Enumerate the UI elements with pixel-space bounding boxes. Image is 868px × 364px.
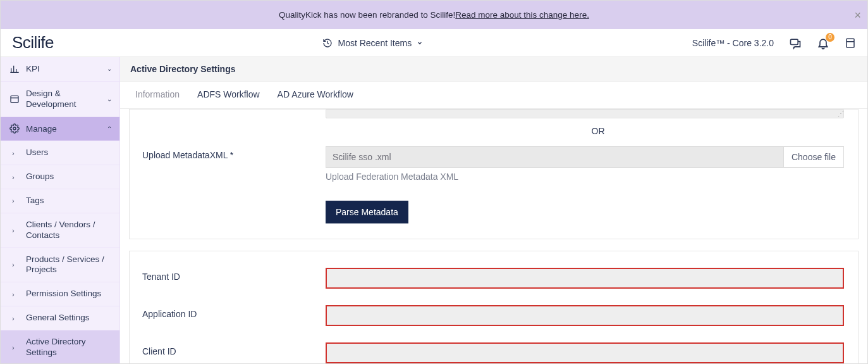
resize-handle-icon[interactable]: ⋰ — [838, 110, 842, 117]
page-title: Active Directory Settings — [120, 57, 867, 82]
tabs: Information ADFS Workflow AD Azure Workf… — [120, 82, 867, 109]
application-id-label: Application ID — [142, 305, 326, 319]
svg-rect-3 — [11, 96, 18, 103]
client-id-label: Client ID — [142, 342, 326, 356]
topbar: Scilife Most Recent Items Scilife™ - Cor… — [1, 29, 867, 57]
sidebar-label: Groups — [26, 172, 112, 182]
sidebar-label: Design & Development — [26, 88, 101, 110]
svg-rect-0 — [791, 39, 798, 44]
sidebar-label: KPI — [26, 63, 101, 75]
metadata-textarea-tail[interactable]: ⋰ — [326, 110, 844, 118]
tenant-id-label: Tenant ID — [142, 268, 326, 282]
sidebar-item-design-dev[interactable]: Design & Development ⌄ — [1, 82, 119, 117]
or-separator: OR — [130, 121, 858, 144]
tab-information[interactable]: Information — [126, 82, 188, 108]
svg-rect-1 — [847, 39, 854, 47]
chevron-right-icon: › — [12, 173, 18, 181]
chevron-right-icon: › — [12, 291, 18, 298]
feedback-icon[interactable] — [789, 37, 802, 49]
tab-azure[interactable]: AD Azure Workflow — [269, 82, 362, 108]
metadata-card: ⋰ OR Upload MetadataXML * Scilife sso .x… — [129, 109, 859, 239]
choose-file-button[interactable]: Choose file — [784, 146, 844, 168]
chevron-right-icon: › — [12, 197, 18, 204]
parse-metadata-button[interactable]: Parse Metadata — [326, 201, 408, 223]
sidebar-item-permissions[interactable]: ›Permission Settings — [1, 282, 119, 306]
sidebar-label: Active Directory Settings — [26, 337, 112, 358]
svg-point-5 — [13, 127, 16, 130]
chevron-down-icon: ⌄ — [107, 96, 112, 103]
tab-adfs[interactable]: ADFS Workflow — [188, 82, 269, 108]
chevron-right-icon: › — [12, 315, 18, 322]
calendar-icon — [9, 94, 20, 104]
application-id-input[interactable] — [326, 305, 844, 326]
sidebar-label: Users — [26, 147, 112, 158]
panel-icon[interactable] — [845, 37, 856, 49]
version-text: Scilife™ - Core 3.2.0 — [692, 38, 774, 48]
sidebar-item-active-directory[interactable]: ›Active Directory Settings — [1, 330, 119, 364]
chevron-down-icon — [417, 40, 423, 46]
chevron-down-icon: ⌄ — [107, 65, 112, 72]
sidebar-label: Manage — [26, 123, 101, 135]
chevron-up-icon: ⌃ — [107, 125, 112, 132]
logo: Scilife — [12, 33, 54, 53]
main: Active Directory Settings Information AD… — [120, 57, 867, 364]
upload-hint: Upload Federation Metadata XML — [326, 172, 845, 182]
sidebar-item-groups[interactable]: ›Groups — [1, 165, 119, 189]
sidebar: KPI ⌄ Design & Development ⌄ Manage ⌃ ›U… — [1, 57, 120, 364]
history-icon — [322, 38, 333, 48]
file-name-display: Scilife sso .xml — [326, 146, 784, 168]
upload-metadata-label: Upload MetadataXML * — [142, 146, 326, 160]
chevron-right-icon: › — [12, 344, 18, 351]
gear-icon — [9, 123, 20, 134]
file-input[interactable]: Scilife sso .xml Choose file — [326, 146, 844, 168]
sidebar-item-general[interactable]: ›General Settings — [1, 306, 119, 330]
close-icon[interactable]: × — [854, 8, 861, 22]
sidebar-item-tags[interactable]: ›Tags — [1, 189, 119, 213]
rebrand-banner: QualityKick has now been rebranded to Sc… — [1, 1, 867, 29]
sidebar-label: Products / Services / Projects — [26, 254, 112, 276]
sidebar-item-clients[interactable]: ›Clients / Vendors / Contacts — [1, 213, 119, 248]
sidebar-label: Tags — [26, 196, 112, 206]
recent-items-dropdown[interactable]: Most Recent Items — [322, 38, 423, 48]
sidebar-item-manage[interactable]: Manage ⌃ — [1, 117, 119, 142]
banner-link[interactable]: Read more about this change here. — [455, 10, 589, 20]
chart-icon — [9, 64, 20, 74]
notifications-badge: 0 — [826, 33, 834, 42]
sidebar-item-products[interactable]: ›Products / Services / Projects — [1, 248, 119, 283]
sidebar-label: Clients / Vendors / Contacts — [26, 220, 112, 241]
client-id-input[interactable] — [326, 342, 844, 363]
sidebar-item-users[interactable]: ›Users — [1, 141, 119, 165]
chevron-right-icon: › — [12, 227, 18, 234]
chevron-right-icon: › — [12, 149, 18, 157]
notifications-icon[interactable]: 0 — [817, 37, 829, 49]
ids-card: Tenant ID Application ID Client ID — [129, 251, 859, 364]
sidebar-label: Permission Settings — [26, 289, 112, 299]
chevron-right-icon: › — [12, 261, 18, 268]
banner-text: QualityKick has now been rebranded to Sc… — [279, 10, 455, 20]
sidebar-label: General Settings — [26, 313, 112, 323]
tenant-id-input[interactable] — [326, 268, 844, 289]
recent-items-label: Most Recent Items — [338, 38, 412, 48]
sidebar-item-kpi[interactable]: KPI ⌄ — [1, 57, 119, 82]
